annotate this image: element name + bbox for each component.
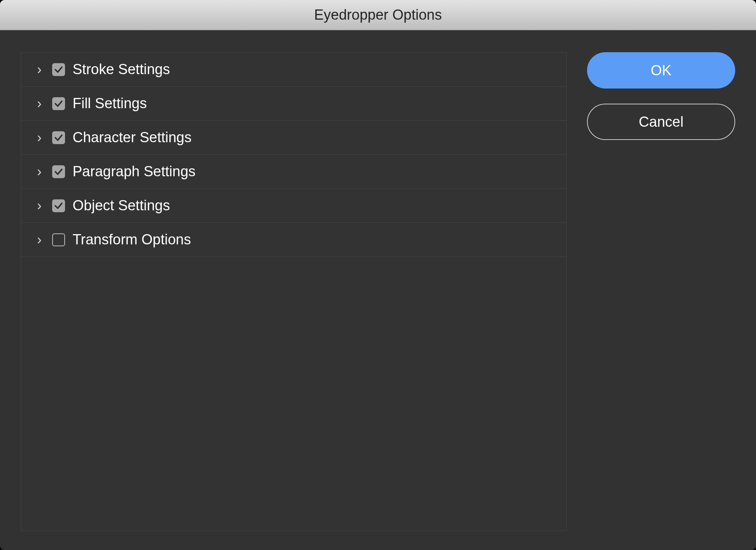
cancel-button-label: Cancel (639, 114, 683, 130)
options-panel: › Stroke Settings › Fill Settings › Char… (21, 52, 567, 531)
ok-button-label: OK (651, 62, 672, 79)
button-column: OK Cancel (587, 52, 735, 531)
chevron-right-icon[interactable]: › (34, 132, 45, 143)
option-transform-options[interactable]: › Transform Options (21, 223, 566, 257)
chevron-right-icon[interactable]: › (34, 64, 45, 75)
option-character-settings[interactable]: › Character Settings (21, 121, 566, 155)
chevron-right-icon[interactable]: › (34, 235, 45, 245)
dialog-content: › Stroke Settings › Fill Settings › Char… (0, 30, 756, 550)
titlebar: Eyedropper Options (0, 0, 756, 30)
checkbox-fill-settings[interactable] (52, 97, 65, 110)
dialog-title: Eyedropper Options (314, 7, 442, 23)
option-label: Object Settings (73, 197, 170, 214)
option-fill-settings[interactable]: › Fill Settings (21, 87, 566, 121)
checkbox-stroke-settings[interactable] (52, 63, 65, 76)
option-label: Transform Options (73, 231, 191, 248)
option-paragraph-settings[interactable]: › Paragraph Settings (21, 155, 566, 189)
option-label: Character Settings (73, 129, 192, 146)
option-object-settings[interactable]: › Object Settings (21, 189, 566, 223)
chevron-right-icon[interactable]: › (34, 200, 45, 211)
chevron-right-icon[interactable]: › (34, 98, 45, 109)
chevron-right-icon[interactable]: › (34, 166, 45, 177)
option-label: Fill Settings (73, 95, 147, 112)
checkbox-paragraph-settings[interactable] (52, 165, 65, 178)
option-label: Stroke Settings (73, 61, 170, 78)
cancel-button[interactable]: Cancel (587, 104, 735, 140)
checkbox-character-settings[interactable] (52, 131, 65, 144)
checkbox-object-settings[interactable] (52, 199, 65, 212)
option-stroke-settings[interactable]: › Stroke Settings (21, 53, 566, 87)
option-label: Paragraph Settings (73, 163, 195, 180)
checkbox-transform-options[interactable] (52, 233, 65, 246)
ok-button[interactable]: OK (587, 52, 735, 89)
dialog-window: Eyedropper Options › Stroke Settings › F… (0, 0, 756, 550)
